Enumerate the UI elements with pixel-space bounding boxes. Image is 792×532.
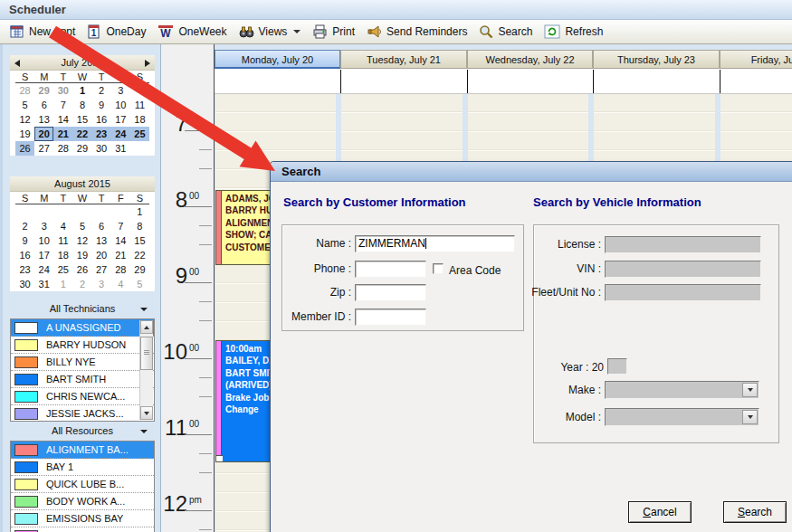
calendar-day[interactable]: 31: [34, 277, 53, 291]
list-item-emissions-bay[interactable]: EMISSIONS BAY: [11, 510, 154, 527]
calendar-day[interactable]: 23: [15, 262, 34, 277]
calendar-day[interactable]: 28: [15, 83, 34, 98]
calendar-day[interactable]: 11: [130, 98, 149, 112]
calendar-day[interactable]: 19: [15, 127, 34, 141]
next-month-icon[interactable]: [145, 60, 150, 67]
scrollbar[interactable]: [139, 320, 153, 420]
calendar-day[interactable]: 27: [92, 262, 111, 277]
cancel-button[interactable]: Cancel: [628, 501, 692, 523]
toolbar-button-send-reminders[interactable]: Send Reminders: [362, 23, 474, 41]
list-item-billy-nye[interactable]: BILLY NYE: [11, 354, 154, 371]
list-item-barry-hudson[interactable]: BARRY HUDSON: [11, 337, 154, 354]
calendar-day[interactable]: 18: [53, 248, 72, 262]
phone-input[interactable]: [355, 261, 426, 278]
calendar-day[interactable]: 15: [130, 233, 149, 248]
calendar-day[interactable]: 4: [111, 277, 130, 291]
calendar-day[interactable]: 5: [130, 277, 149, 291]
calendar-day[interactable]: 15: [72, 112, 91, 127]
calendar-day[interactable]: 21: [111, 248, 130, 262]
calendar-day[interactable]: 29: [34, 83, 53, 98]
calendar-day[interactable]: 5: [15, 98, 34, 112]
prev-month-icon[interactable]: [14, 60, 20, 67]
calendar-day[interactable]: 22: [72, 127, 91, 141]
calendar-day[interactable]: 16: [15, 248, 34, 262]
list-item-jessie-jacks[interactable]: JESSIE JACKS...: [11, 405, 154, 422]
calendar-day[interactable]: 29: [72, 141, 91, 156]
calendar-day[interactable]: 3: [34, 219, 53, 233]
calendar-day[interactable]: 8: [72, 98, 91, 112]
calendar-day[interactable]: 24: [111, 127, 130, 141]
calendar-day[interactable]: 26: [72, 262, 91, 277]
toolbar-button-refresh[interactable]: Refresh: [539, 23, 610, 41]
calendar-day[interactable]: 8: [130, 219, 149, 233]
calendar-day[interactable]: 14: [111, 233, 130, 248]
day-header-wednesday-july-22[interactable]: Wednesday, July 22: [467, 50, 593, 69]
scroll-down-button[interactable]: [140, 406, 153, 420]
calendar-day[interactable]: 13: [34, 112, 53, 127]
scroll-up-button[interactable]: [140, 320, 153, 334]
calendar-day[interactable]: 28: [53, 141, 72, 156]
calendar-day[interactable]: 3: [92, 277, 111, 291]
fleet-unit-no-input[interactable]: [605, 284, 761, 301]
calendar-day[interactable]: 12: [15, 112, 34, 127]
calendar-day[interactable]: 2: [15, 219, 34, 233]
calendar-day[interactable]: 21: [53, 127, 72, 141]
day-header-thursday-july-23[interactable]: Thursday, July 23: [593, 50, 720, 69]
toolbar-button-new-appt[interactable]: New Appt: [5, 23, 82, 41]
model-dropdown-button[interactable]: [742, 410, 758, 424]
technicians-filter[interactable]: All Technicians: [10, 302, 155, 316]
calendar-day[interactable]: 11: [53, 233, 72, 248]
toolbar-button-oneweek[interactable]: WOneWeek: [153, 23, 234, 41]
day-header-friday-july-24[interactable]: Friday, July 24: [720, 50, 792, 69]
license-input[interactable]: [605, 236, 761, 253]
calendar-day[interactable]: 5: [72, 219, 91, 233]
list-item-chris-newca[interactable]: CHRIS NEWCA...: [11, 388, 154, 405]
calendar-day[interactable]: 10: [111, 98, 130, 112]
views-dropdown-arrow-icon[interactable]: [293, 30, 301, 33]
calendar-day[interactable]: 2: [92, 83, 111, 98]
calendar-day[interactable]: 4: [130, 83, 149, 98]
toolbar-button-oneday[interactable]: 1OneDay: [82, 23, 153, 41]
calendar-day[interactable]: 7: [111, 219, 130, 233]
resources-filter[interactable]: All Resources: [10, 424, 155, 438]
make-dropdown-button[interactable]: [742, 383, 758, 397]
day-header-tuesday-july-21[interactable]: Tuesday, July 21: [340, 50, 467, 69]
calendar-day[interactable]: 30: [15, 277, 34, 291]
calendar-day[interactable]: 14: [53, 112, 72, 127]
calendar-day[interactable]: 23: [92, 127, 111, 141]
calendar-day[interactable]: 7: [53, 98, 72, 112]
vin-input[interactable]: [605, 261, 761, 278]
calendar-day[interactable]: 22: [130, 248, 149, 262]
toolbar-button-views[interactable]: Views: [234, 23, 309, 41]
calendar-day[interactable]: 9: [92, 98, 111, 112]
calendar-day[interactable]: 18: [130, 112, 149, 127]
toolbar-button-print[interactable]: Print: [308, 23, 362, 41]
area-code-checkbox[interactable]: [433, 263, 444, 274]
zip-input[interactable]: [355, 284, 426, 301]
member-id-input[interactable]: [355, 309, 426, 326]
calendar-day[interactable]: 6: [34, 98, 53, 112]
calendar-day[interactable]: 9: [15, 233, 34, 248]
calendar-day[interactable]: 30: [53, 83, 72, 98]
calendar-day[interactable]: 26: [15, 141, 34, 156]
calendar-day[interactable]: 4: [53, 219, 72, 233]
calendar-day[interactable]: 1: [130, 204, 149, 219]
day-header-monday-july-20[interactable]: Monday, July 20: [215, 50, 340, 69]
calendar-day[interactable]: 2: [72, 277, 91, 291]
resize-handle[interactable]: [216, 455, 223, 461]
calendar-day[interactable]: 31: [111, 141, 130, 156]
list-item-alignment-ba[interactable]: ALIGNMENT BA...: [11, 442, 154, 459]
list-item-bay-2[interactable]: BAY 2: [11, 527, 154, 532]
calendar-day[interactable]: 20: [92, 248, 111, 262]
calendar-day[interactable]: 29: [130, 262, 149, 277]
calendar-day[interactable]: 19: [72, 248, 91, 262]
list-item-quick-lube-b[interactable]: QUICK LUBE B...: [11, 476, 154, 493]
calendar-day[interactable]: 17: [34, 248, 53, 262]
list-item-bart-smith[interactable]: BART SMITH: [11, 371, 154, 388]
calendar-day[interactable]: 25: [53, 262, 72, 277]
make-combobox[interactable]: [605, 381, 759, 399]
scrollbar-thumb[interactable]: [140, 337, 153, 370]
calendar-day[interactable]: 3: [111, 83, 130, 98]
calendar-day[interactable]: 16: [92, 112, 111, 127]
list-item-a-unassigned[interactable]: A UNASSIGNED: [11, 319, 154, 337]
